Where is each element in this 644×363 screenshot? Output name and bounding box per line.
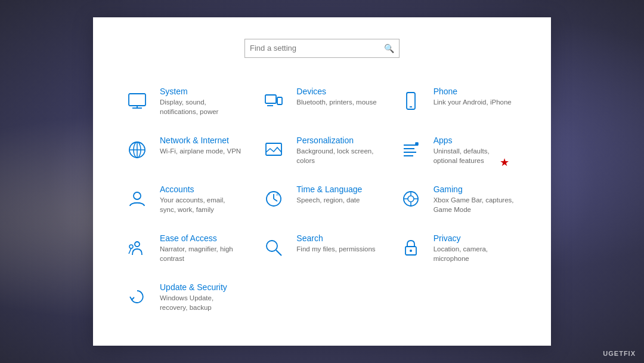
personalization-title: Personalization [296,136,378,145]
settings-item-network[interactable]: Network & InternetWi-Fi, airplane mode, … [117,126,253,175]
settings-item-time[interactable]: AあTime & LanguageSpeech, region, date [253,175,390,224]
devices-title: Devices [296,87,376,96]
settings-item-update[interactable]: Update & SecurityWindows Update, recover… [117,273,253,322]
privacy-title: Privacy [434,233,515,243]
search-desc: Find my files, permissions [296,244,375,254]
system-icon [123,87,151,115]
update-desc: Windows Update, recovery, backup [160,293,242,312]
svg-rect-3 [265,95,276,103]
personalization-icon [259,136,288,164]
search-input[interactable] [250,44,384,53]
star-badge: ★ [500,156,509,169]
svg-point-29 [267,241,277,251]
ease-title: Ease of Access [160,233,242,243]
settings-item-accounts[interactable]: AccountsYour accounts, email, sync, work… [117,175,253,224]
svg-point-27 [129,245,133,248]
svg-point-25 [408,196,414,202]
gaming-title: Gaming [434,184,515,194]
svg-line-30 [276,250,281,256]
settings-item-devices[interactable]: DevicesBluetooth, printers, mouse [253,77,390,126]
update-title: Update & Security [160,282,242,292]
time-title: Time & Language [296,184,362,194]
svg-point-18 [134,192,141,199]
settings-item-search[interactable]: SearchFind my files, permissions [253,224,390,273]
settings-item-system[interactable]: SystemDisplay, sound, notifications, pow… [117,77,253,126]
settings-window: 🔍 SystemDisplay, sound, notifications, p… [93,17,551,346]
phone-title: Phone [434,87,512,96]
time-icon: Aあ [259,184,288,213]
gaming-icon [397,184,425,213]
apps-title: Apps [434,136,515,145]
svg-rect-17 [416,143,418,145]
network-icon [123,136,151,164]
svg-point-32 [410,250,412,252]
search-icon: 🔍 [384,44,394,53]
svg-line-21 [274,199,277,201]
accounts-desc: Your accounts, email, sync, work, family [160,195,242,214]
accounts-title: Accounts [160,184,242,194]
svg-line-28 [129,248,131,254]
system-desc: Display, sound, notifications, power [160,97,242,116]
apps-icon [397,136,425,164]
privacy-desc: Location, camera, microphone [434,244,515,263]
watermark-label: UGETFIX [603,350,636,357]
ease-icon [123,233,151,262]
system-title: System [160,87,242,96]
gaming-desc: Xbox Game Bar, captures, Game Mode [434,195,515,214]
accounts-icon [123,184,151,213]
phone-icon [397,87,425,115]
svg-rect-0 [129,94,145,106]
svg-point-26 [135,242,140,247]
update-icon [123,282,151,311]
network-desc: Wi-Fi, airplane mode, VPN [160,146,241,156]
settings-item-ease[interactable]: Ease of AccessNarrator, magnifier, high … [117,224,253,273]
search-title: Search [296,233,375,243]
phone-desc: Link your Android, iPhone [434,97,512,107]
settings-item-gaming[interactable]: GamingXbox Game Bar, captures, Game Mode [391,175,527,224]
personalization-desc: Background, lock screen, colors [296,146,378,165]
settings-item-phone[interactable]: PhoneLink your Android, iPhone [391,77,527,126]
time-desc: Speech, region, date [296,195,362,205]
ease-desc: Narrator, magnifier, high contrast [160,244,242,263]
settings-item-apps[interactable]: AppsUninstall, defaults, optional featur… [391,126,527,175]
privacy-icon [397,233,425,262]
settings-item-privacy[interactable]: PrivacyLocation, camera, microphone [391,224,527,273]
search-bar[interactable]: 🔍 [244,39,400,58]
svg-text:あ: あ [276,192,279,196]
devices-icon [259,87,288,115]
settings-item-personalization[interactable]: PersonalizationBackground, lock screen, … [253,126,390,175]
network-title: Network & Internet [160,136,241,145]
devices-desc: Bluetooth, printers, mouse [296,97,376,107]
settings-grid: SystemDisplay, sound, notifications, pow… [117,77,527,322]
svg-rect-4 [277,97,282,104]
search-icon [259,233,288,262]
